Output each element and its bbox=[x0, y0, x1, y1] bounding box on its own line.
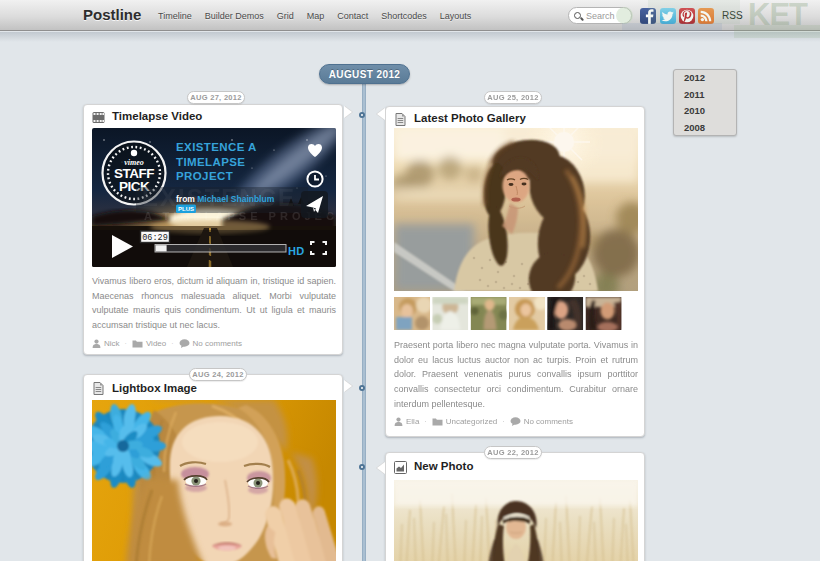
svg-text:TIMELAPSE: TIMELAPSE bbox=[176, 156, 245, 168]
svg-text:EXISTENCE A: EXISTENCE A bbox=[176, 141, 257, 153]
svg-text:PLUS: PLUS bbox=[178, 206, 194, 212]
svg-text:06:29: 06:29 bbox=[142, 233, 168, 243]
svg-text:PROJECT: PROJECT bbox=[176, 170, 233, 182]
svg-text:HD: HD bbox=[288, 245, 305, 257]
svg-text:from Michael Shainblum: from Michael Shainblum bbox=[176, 194, 275, 204]
